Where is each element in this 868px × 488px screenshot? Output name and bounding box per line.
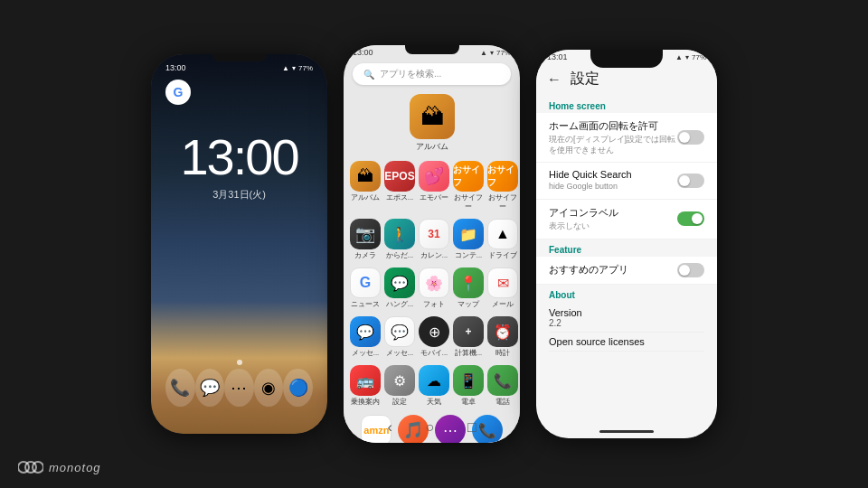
svg-point-2 <box>33 462 43 473</box>
recommend-toggle[interactable] <box>677 263 704 277</box>
lock-bottom-bar: 📞 💬 ⋯ ◉ 🔵 <box>151 369 327 407</box>
list-item[interactable]: 🚶からだ... <box>383 216 416 263</box>
lock-time-display: 13:00 <box>162 132 316 183</box>
list-item[interactable]: ▲ドライブ <box>486 216 519 263</box>
app-icon-karada: 🚶 <box>384 219 415 249</box>
apps-icon[interactable]: ⋯ <box>224 369 254 407</box>
app-icon-mail: ✉ <box>487 267 518 298</box>
list-item[interactable]: 💕エモバー <box>418 158 450 214</box>
settings-time: 13:01 <box>547 52 568 61</box>
search-icon: 🔍 <box>363 70 374 80</box>
drawer-wifi-icon: ▾ <box>490 49 494 57</box>
lock-screen: 13:00 ▲ ▾ 77% G 13:00 3月31日(火) 📞 <box>151 54 327 434</box>
lock-date: 3月31日(火) <box>162 188 316 202</box>
settings-item-quicksearch[interactable]: Hide Quick Search hide Google button <box>536 163 717 200</box>
app-icon-messages: 💬 <box>350 316 381 347</box>
signal-icon: ▲ <box>282 64 289 72</box>
list-item[interactable]: ✉メール <box>486 265 519 312</box>
quicksearch-toggle[interactable] <box>677 174 704 188</box>
settings-item-iconlabel[interactable]: アイコンラベル 表示しない <box>536 200 717 239</box>
settings-wifi-icon: ▾ <box>685 53 689 61</box>
iconlabel-title: アイコンラベル <box>549 206 618 220</box>
app-icon-osaifu2: おサイフ <box>487 161 518 192</box>
app-icon-drive: ▲ <box>487 219 518 249</box>
iconlabel-toggle[interactable] <box>677 211 704 226</box>
list-item[interactable]: 🚌乗換案内 <box>349 362 382 409</box>
list-item[interactable]: Gニュース <box>349 265 382 312</box>
opensource-label: Open source licenses <box>549 336 704 347</box>
iconlabel-sub: 表示しない <box>549 221 618 232</box>
lock-notch <box>212 54 267 61</box>
rotation-toggle[interactable] <box>677 130 704 145</box>
app-icon-hangouts: 💬 <box>384 267 415 298</box>
phone-icon[interactable]: 📞 <box>165 369 195 407</box>
list-item[interactable]: おサイフおサイフー <box>486 158 519 214</box>
recommend-title: おすすめのアプリ <box>549 263 628 277</box>
chrome-icon[interactable]: ◉ <box>254 369 284 407</box>
app-icon-news: G <box>350 267 381 298</box>
camera-shortcut-icon[interactable]: 🔵 <box>283 369 313 407</box>
app-icon-mobile: ⊕ <box>419 316 449 347</box>
about-section: About Version 2.2 Open source licenses <box>536 285 717 357</box>
list-item[interactable]: ☁天気 <box>418 362 450 409</box>
list-item[interactable]: 📱電卓 <box>452 362 485 409</box>
app-icon-calendar: 31 <box>419 219 449 249</box>
wifi-icon: ▾ <box>292 64 296 72</box>
settings-nav-bar <box>536 430 717 433</box>
phone-lock: 13:00 ▲ ▾ 77% G 13:00 3月31日(火) 📞 <box>151 54 327 434</box>
watermark: monotog <box>18 459 101 475</box>
list-item[interactable]: ⊕モバイ... <box>418 314 450 361</box>
app-grid: 🏔アルバム EPOSエポス... 💕エモバー おサイフおサイフー おサイフおサイ… <box>344 158 520 409</box>
settings-item-rotation[interactable]: ホーム画面の回転を許可 現在の[ディスプレイ]設定では回転を使用できません <box>536 113 717 163</box>
about-section-label: About <box>549 290 704 300</box>
list-item[interactable]: 💬メッセ... <box>383 314 416 361</box>
album-large-label: アルバム <box>416 141 448 153</box>
quicksearch-title: Hide Quick Search <box>549 169 632 180</box>
album-large-icon[interactable]: 🏔 <box>410 94 455 139</box>
album-large-item: 🏔 アルバム <box>344 90 520 158</box>
list-item[interactable]: 📍マップ <box>452 265 485 312</box>
quicksearch-sub: hide Google button <box>549 182 632 192</box>
app-icon-osaifu1: おサイフ <box>453 161 484 192</box>
back-arrow-icon[interactable]: ← <box>547 71 561 88</box>
app-icon-clock: ⏰ <box>487 316 518 347</box>
list-item[interactable]: 🏔アルバム <box>349 158 382 214</box>
drawer-battery: 77% <box>496 49 511 57</box>
home-bar <box>599 430 654 433</box>
section-label-feature: Feature <box>536 239 717 257</box>
opensource-row[interactable]: Open source licenses <box>549 333 704 352</box>
list-item[interactable]: 📞電話 <box>486 362 519 409</box>
phone-drawer: 13:00 ▲ ▾ 77% 🔍 アプリを検索... 🏔 アルバム 🏔アルバム E… <box>344 45 520 443</box>
list-item[interactable]: 💬ハング... <box>383 265 416 312</box>
messages-icon[interactable]: 💬 <box>195 369 225 407</box>
app-icon-calculator: + <box>453 316 484 347</box>
list-item[interactable]: 📷カメラ <box>349 216 382 263</box>
app-icon-messenger: 💬 <box>384 316 415 347</box>
phones-container: 13:00 ▲ ▾ 77% G 13:00 3月31日(火) 📞 <box>151 45 717 443</box>
drawer-screen: 13:00 ▲ ▾ 77% 🔍 アプリを検索... 🏔 アルバム 🏔アルバム E… <box>344 45 520 443</box>
list-item[interactable]: +計算機... <box>452 314 485 361</box>
app-icon-photos: 🌸 <box>419 267 449 298</box>
rotation-sub: 現在の[ディスプレイ]設定では回転を使用できません <box>549 135 677 155</box>
list-item[interactable]: 💬メッセ... <box>349 314 382 361</box>
list-item[interactable]: 31カレン... <box>418 216 450 263</box>
version-value: 2.2 <box>549 318 704 328</box>
list-item[interactable]: 🌸フォト <box>418 265 450 312</box>
back-button[interactable]: ‹ <box>387 419 392 436</box>
app-icon-settings: ⚙ <box>384 365 415 396</box>
recents-button[interactable]: □ <box>467 419 476 436</box>
list-item[interactable]: ⚙設定 <box>383 362 416 409</box>
list-item[interactable]: 📁コンテ... <box>452 216 485 263</box>
home-button[interactable]: ○ <box>425 419 434 436</box>
list-item[interactable]: EPOSエポス... <box>383 158 416 214</box>
lock-status-icons: ▲ ▾ 77% <box>282 63 313 72</box>
list-item[interactable]: ⏰時計 <box>486 314 519 361</box>
drawer-signal-icon: ▲ <box>480 49 487 57</box>
app-search-bar[interactable]: 🔍 アプリを検索... <box>353 63 511 85</box>
drawer-status-icons: ▲ ▾ 77% <box>480 48 511 57</box>
settings-item-recommend[interactable]: おすすめのアプリ <box>536 257 717 285</box>
list-item[interactable]: おサイフおサイフー <box>452 158 485 214</box>
google-icon[interactable]: G <box>165 80 191 105</box>
lock-status-bar: 13:00 ▲ ▾ 77% <box>162 61 316 74</box>
app-icon-emoba: 💕 <box>419 161 449 192</box>
